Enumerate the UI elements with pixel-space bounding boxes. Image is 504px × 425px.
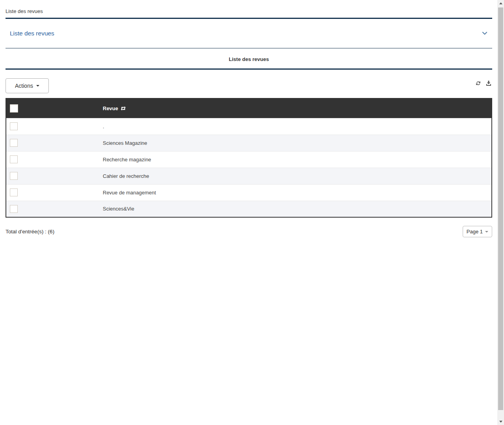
column-header-revue[interactable]: Revue — [103, 105, 126, 111]
revues-table: Revue .Sciences MagazineRecherche magazi… — [6, 98, 492, 218]
toolbar-icons — [475, 80, 492, 86]
collapsible-panel-liste-des-revues[interactable]: Liste des revues — [6, 19, 492, 48]
caret-down-icon — [36, 85, 39, 87]
triangle-up-icon — [499, 2, 502, 4]
total-entries-label: Total d'entrée(s) : (6) — [6, 229, 54, 235]
toolbar: Actions — [6, 78, 492, 93]
table-body: .Sciences MagazineRecherche magazineCahi… — [6, 118, 492, 217]
row-checkbox[interactable] — [10, 172, 18, 180]
table-row: Recherche magazine — [6, 151, 492, 168]
page-title: Liste des revues — [6, 8, 492, 19]
actions-button-label: Actions — [15, 83, 33, 89]
chevron-down-icon[interactable] — [482, 31, 488, 35]
table-row: Sciences&Vie — [6, 201, 492, 217]
table-footer: Total d'entrée(s) : (6) Page 1 — [6, 226, 492, 237]
revue-cell: Recherche magazine — [100, 151, 492, 168]
page-select-button[interactable]: Page 1 — [463, 226, 492, 237]
refresh-icon[interactable] — [475, 80, 481, 86]
revue-cell: . — [100, 118, 492, 135]
main-content: Liste des revues Liste des revues Liste … — [6, 0, 492, 237]
caret-down-icon — [485, 231, 488, 233]
revue-cell: Sciences&Vie — [100, 201, 492, 217]
browser-scrollbar[interactable] — [497, 0, 504, 425]
panel-title: Liste des revues — [10, 30, 54, 37]
section-title: Liste des revues — [6, 48, 492, 70]
revue-cell: Sciences Magazine — [100, 135, 492, 151]
revue-cell: Revue de management — [100, 184, 492, 201]
table-row: Sciences Magazine — [6, 135, 492, 151]
revue-column-label: Revue — [103, 105, 118, 111]
row-checkbox[interactable] — [10, 122, 18, 130]
triangle-down-icon — [499, 421, 502, 423]
scrollbar-up-arrow[interactable] — [497, 0, 504, 7]
actions-button[interactable]: Actions — [6, 78, 49, 93]
revue-cell: Cahier de recherche — [100, 168, 492, 184]
table-row: Cahier de recherche — [6, 168, 492, 184]
page-select-label: Page 1 — [467, 229, 483, 235]
download-icon[interactable] — [486, 80, 491, 86]
row-checkbox[interactable] — [10, 188, 18, 196]
row-checkbox[interactable] — [10, 205, 18, 213]
select-all-checkbox[interactable] — [10, 104, 18, 113]
scrollbar-down-arrow[interactable] — [497, 418, 504, 425]
table-header-row: Revue — [6, 98, 492, 118]
sort-icon[interactable] — [120, 106, 126, 111]
row-checkbox[interactable] — [10, 155, 18, 163]
scrollbar-thumb[interactable] — [498, 7, 503, 410]
row-checkbox[interactable] — [10, 139, 18, 147]
table-row: . — [6, 118, 492, 135]
table-row: Revue de management — [6, 184, 492, 201]
